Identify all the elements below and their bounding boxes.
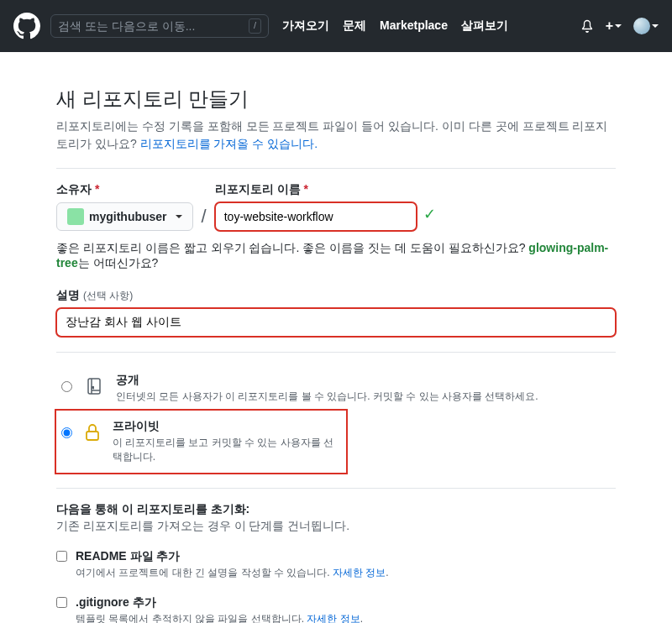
visibility-private-title: 프라이빗 [113,419,341,434]
visibility-public-option[interactable]: 공개 인터넷의 모든 사용자가 이 리포지토리를 볼 수 있습니다. 커밋할 수… [56,366,616,411]
owner-select[interactable]: mygithubuser [56,202,193,231]
nav-pull-requests[interactable]: 가져오기 [282,18,329,34]
repo-name-input[interactable] [215,202,417,231]
plus-icon: + [606,18,613,34]
divider [56,488,616,489]
add-readme-option[interactable]: README 파일 추가 여기에서 프로젝트에 대한 긴 설명을 작성할 수 있… [56,549,616,580]
repo-name-hint: 좋은 리포지토리 이름은 짧고 외우기 쉽습니다. 좋은 이름을 짓는 데 도움… [56,241,616,271]
notifications-icon[interactable] [580,19,594,33]
add-gitignore-subtitle: 템플릿 목록에서 추적하지 않을 파일을 선택합니다. [76,613,307,623]
search-input[interactable] [58,19,249,33]
repo-name-field: 리포지토리 이름 * ✓ [215,182,436,231]
visibility-private-subtitle: 이 리포지토리를 보고 커밋할 수 있는 사용자를 선택합니다. [113,436,341,464]
app-header: / 가져오기 문제 Marketplace 살펴보기 + [0,0,672,52]
search-box[interactable]: / [50,14,269,38]
owner-avatar-icon [67,208,84,225]
hint-after: 는 어떠신가요? [78,256,159,270]
repo-icon [81,373,108,400]
visibility-private-radio[interactable] [61,427,72,438]
nav-issues[interactable]: 문제 [343,18,366,34]
add-gitignore-text: .gitignore 추가 템플릿 목록에서 추적하지 않을 파일을 선택합니다… [76,595,363,623]
owner-field: 소유자 * mygithubuser [56,182,193,231]
slash-separator: / [200,206,208,231]
svg-rect-2 [87,432,98,440]
slash-hotkey-icon: / [249,18,261,33]
visibility-public-subtitle: 인터넷의 모든 사용자가 이 리포지토리를 볼 수 있습니다. 커밋할 수 있는… [116,390,538,404]
visibility-public-text: 공개 인터넷의 모든 사용자가 이 리포지토리를 볼 수 있습니다. 커밋할 수… [116,373,538,404]
visibility-private-text: 프라이빗 이 리포지토리를 보고 커밋할 수 있는 사용자를 선택합니다. [113,419,341,464]
description-input[interactable] [56,308,616,337]
nav-explore[interactable]: 살펴보기 [461,18,508,34]
primary-nav: 가져오기 문제 Marketplace 살펴보기 [282,18,508,34]
description-field: 설명 (선택 사항) [56,288,616,337]
page-title: 새 리포지토리 만들기 [56,86,616,113]
add-gitignore-checkbox[interactable] [56,597,67,608]
subhead-text: 리포지토리에는 수정 기록을 포함해 모든 프로젝트 파일이 들어 있습니다. … [56,119,607,150]
gitignore-learn-more-link[interactable]: 자세한 정보 [307,613,360,623]
add-readme-checkbox[interactable] [56,551,67,562]
required-star: * [95,182,99,196]
owner-repo-row: 소유자 * mygithubuser / 리포지토리 이름 * ✓ [56,182,616,231]
repo-name-label-text: 리포지토리 이름 [215,182,301,196]
owner-name: mygithubuser [89,210,167,223]
add-readme-title: README 파일 추가 [76,549,389,564]
check-icon: ✓ [423,205,436,228]
main-content: 새 리포지토리 만들기 리포지토리에는 수정 기록을 포함해 모든 프로젝트 파… [29,52,643,623]
caret-down-icon [176,215,182,218]
add-gitignore-title: .gitignore 추가 [76,595,363,610]
divider [56,352,616,353]
initialize-sub: 기존 리포지토리를 가져오는 경우 이 단계를 건너뜁니다. [56,519,616,534]
readme-learn-more-link[interactable]: 자세한 정보 [333,567,386,578]
divider [56,168,616,169]
visibility-public-title: 공개 [116,373,538,388]
add-readme-subtitle: 여기에서 프로젝트에 대한 긴 설명을 작성할 수 있습니다. [76,567,333,578]
caret-down-icon [652,24,659,28]
hint-before: 좋은 리포지토리 이름은 짧고 외우기 쉽습니다. 좋은 이름을 짓는 데 도움… [56,241,528,254]
caret-down-icon [615,24,622,28]
header-right: + [580,18,659,34]
description-label-text: 설명 [56,288,80,301]
page-subhead: 리포지토리에는 수정 기록을 포함해 모든 프로젝트 파일이 들어 있습니다. … [56,118,616,153]
add-gitignore-option[interactable]: .gitignore 추가 템플릿 목록에서 추적하지 않을 파일을 선택합니다… [56,595,616,623]
lock-icon [81,419,104,446]
visibility-public-radio[interactable] [61,381,72,392]
optional-note: (선택 사항) [83,290,133,301]
avatar [633,18,650,34]
description-label: 설명 (선택 사항) [56,288,133,301]
nav-marketplace[interactable]: Marketplace [380,18,448,34]
user-menu[interactable] [633,18,659,34]
required-star: * [303,182,307,196]
owner-label-text: 소유자 [56,182,92,196]
period: . [386,567,388,578]
initialize-heading: 다음을 통해 이 리포지토리를 초기화: [56,502,616,517]
import-repo-link[interactable]: 리포지토리를 가져올 수 있습니다. [140,137,318,150]
github-mark-icon [13,13,40,39]
add-readme-text: README 파일 추가 여기에서 프로젝트에 대한 긴 설명을 작성할 수 있… [76,549,389,580]
github-logo[interactable] [13,13,40,39]
owner-label: 소유자 * [56,182,193,197]
visibility-private-option[interactable]: 프라이빗 이 리포지토리를 보고 커밋할 수 있는 사용자를 선택합니다. [56,411,346,473]
repo-name-label: 리포지토리 이름 * [215,182,436,197]
period: . [360,613,363,623]
create-new-dropdown[interactable]: + [606,18,622,34]
